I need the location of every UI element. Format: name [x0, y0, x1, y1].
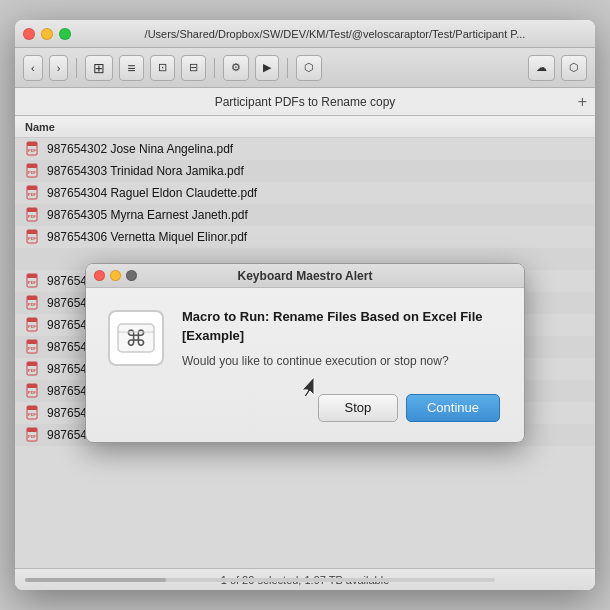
dialog-minimize-button[interactable] [110, 270, 121, 281]
name-column-header: Name [25, 121, 55, 133]
finder-window: /Users/Shared/Dropbox/SW/DEV/KM/Test/@ve… [15, 20, 595, 590]
dialog-overlay: Keyboard Maestro Alert ⌘ [15, 138, 595, 568]
dialog-question: Would you like to continue execution or … [182, 353, 500, 370]
close-button[interactable] [23, 28, 35, 40]
path-bar: /Users/Shared/Dropbox/SW/DEV/KM/Test/@ve… [83, 28, 587, 40]
dialog-maximize-button [126, 270, 137, 281]
toolbar-separator-2 [214, 58, 215, 78]
tab-bar: Participant PDFs to Rename copy + [15, 88, 595, 116]
icon-view-button[interactable]: ⊞ [85, 55, 113, 81]
dialog-body: ⌘ Macro to Run: Rename Files Based on Ex… [86, 288, 524, 441]
dialog-icon-container: ⌘ [106, 308, 166, 368]
dialog-close-button[interactable] [94, 270, 105, 281]
title-bar: /Users/Shared/Dropbox/SW/DEV/KM/Test/@ve… [15, 20, 595, 48]
list-view-button[interactable]: ≡ [119, 55, 143, 81]
dialog-macro-title: Macro to Run: Rename Files Based on Exce… [182, 308, 500, 344]
maximize-button[interactable] [59, 28, 71, 40]
toolbar-separator-3 [287, 58, 288, 78]
toolbar-separator-1 [76, 58, 77, 78]
dropbox-button[interactable]: ☁ [528, 55, 555, 81]
dialog-title: Keyboard Maestro Alert [238, 269, 373, 283]
column-view-button[interactable]: ⊡ [150, 55, 175, 81]
progress-bar-container: 1 of 20 selected, 1.97 TB available [15, 569, 595, 591]
keyboard-maestro-icon: ⌘ [108, 310, 164, 366]
dialog-buttons: Stop Continue [182, 394, 500, 422]
dialog-content: Macro to Run: Rename Files Based on Exce… [182, 308, 500, 421]
traffic-lights [23, 28, 71, 40]
gallery-view-button[interactable]: ⊟ [181, 55, 206, 81]
toolbar: ‹ › ⊞ ≡ ⊡ ⊟ ⚙ ▶ ⬡ ☁ ⬡ [15, 48, 595, 88]
minimize-button[interactable] [41, 28, 53, 40]
tab-title: Participant PDFs to Rename copy [215, 95, 396, 109]
stop-button[interactable]: Stop [318, 394, 398, 422]
keyboard-maestro-dialog: Keyboard Maestro Alert ⌘ [85, 263, 525, 442]
action-button[interactable]: ⚙ [223, 55, 249, 81]
tags-button[interactable]: ⬡ [296, 55, 322, 81]
column-header: Name [15, 116, 595, 138]
svg-text:⌘: ⌘ [125, 326, 147, 351]
dialog-traffic-lights [94, 270, 137, 281]
back-button[interactable]: ‹ [23, 55, 43, 81]
dialog-title-bar: Keyboard Maestro Alert [86, 264, 524, 288]
progress-track [25, 578, 495, 582]
continue-button[interactable]: Continue [406, 394, 500, 422]
add-tab-button[interactable]: + [578, 93, 587, 111]
forward-button[interactable]: › [49, 55, 69, 81]
status-bar: 1 of 20 selected, 1.97 TB available [15, 568, 595, 590]
file-list[interactable]: PDF 987654302 Jose Nina Angelina.pdf PDF… [15, 138, 595, 568]
share-button[interactable]: ▶ [255, 55, 279, 81]
airdrop-button[interactable]: ⬡ [561, 55, 587, 81]
progress-fill [25, 578, 166, 582]
